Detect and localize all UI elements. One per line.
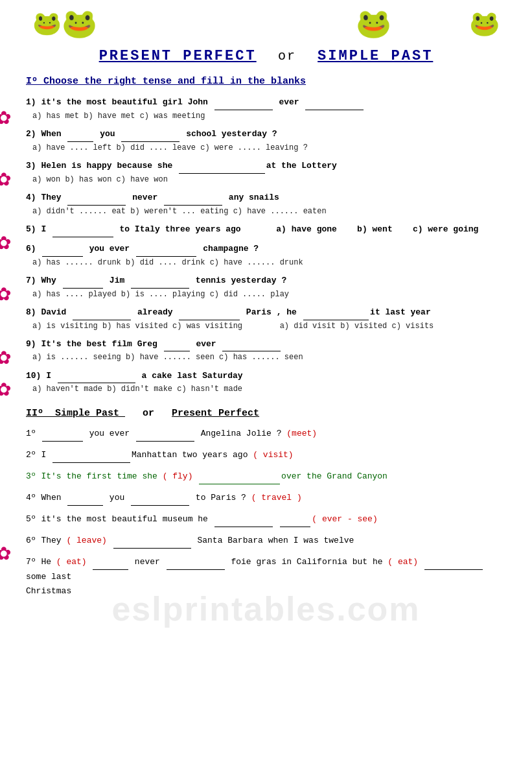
q6-opts: a) has ...... drunk b) did .... drink c)… bbox=[32, 257, 506, 269]
q3-opts: a) won b) has won c) have won bbox=[32, 174, 506, 186]
question-2: 2) When you school yesterday ? a) have .… bbox=[26, 128, 506, 154]
s2-question-3: 3º It's the first time she ( fly) over t… bbox=[26, 469, 506, 484]
s2-question-4: 4º When you to Paris ? ( travel ) bbox=[26, 491, 506, 506]
q4-blank2 bbox=[164, 191, 222, 206]
q10-blank1 bbox=[58, 370, 135, 384]
s2-question-2: 2º I Manhattan two years ago ( visit) bbox=[26, 448, 506, 463]
q8-blank1 bbox=[73, 306, 131, 320]
s2q7-blank1 bbox=[93, 555, 128, 570]
q3-text: 3) Helen is happy because she at the Lot… bbox=[26, 160, 506, 174]
question-9: ✿ 9) It's the best film Greg ever a) is … bbox=[26, 338, 506, 364]
s2q5-blank2 bbox=[280, 512, 310, 527]
q7-blank1 bbox=[63, 274, 103, 289]
s2q6-blank1 bbox=[113, 534, 191, 549]
q6-blank1 bbox=[42, 243, 82, 257]
q10-text: 10) I a cake last Saturday bbox=[26, 370, 506, 384]
flower-icon-6: ✿ bbox=[0, 371, 11, 409]
page-title-row: PRESENT PERFECT or SIMPLE PAST bbox=[26, 48, 506, 64]
s2q7-blank3 bbox=[424, 555, 483, 570]
q4-opts: a) didn't ...... eat b) weren't ... eati… bbox=[32, 206, 506, 218]
s2-question-1: 1º you ever Angelina Jolie ? (meet) bbox=[26, 427, 506, 442]
question-4: 4) They never any snails a) didn't .....… bbox=[26, 191, 506, 218]
q4-text: 4) They never any snails bbox=[26, 191, 506, 206]
q2-opts: a) have .... left b) did .... leave c) w… bbox=[32, 142, 506, 154]
section2-title: IIº Simple Past bbox=[26, 408, 125, 419]
question-5: ✿ 5) I to Italy three years ago a) have … bbox=[26, 223, 506, 237]
flower-icon-1: ✿ bbox=[0, 102, 11, 131]
flower-icon-3: ✿ bbox=[0, 224, 11, 262]
q9-blank2 bbox=[222, 338, 281, 352]
q6-blank2 bbox=[136, 243, 197, 257]
q5-blank1 bbox=[52, 223, 113, 237]
q8-text: 8) David already Paris , he it last year bbox=[26, 306, 506, 320]
s2q3-blank1 bbox=[199, 469, 280, 484]
q5-text: 5) I to Italy three years ago a) have go… bbox=[26, 223, 506, 237]
question-10: ✿ 10) I a cake last Saturday a) haven't … bbox=[26, 370, 506, 396]
q1-opts: a) has met b) have met c) was meeting bbox=[32, 110, 506, 123]
q1-text: 1) it's the most beautiful girl John eve… bbox=[26, 96, 506, 110]
s2-question-7: 7º He ( eat) never foie gras in Californ… bbox=[26, 555, 506, 598]
q2-blank1 bbox=[67, 128, 93, 142]
flower-icon-7: ✿ bbox=[0, 534, 11, 573]
q7-blank2 bbox=[131, 274, 189, 289]
q7-opts: a) has .... played b) is .... playing c)… bbox=[32, 289, 506, 301]
q4-blank1 bbox=[67, 191, 126, 206]
s2-question-6: ✿ 6º They ( leave) Santa Barbara when I … bbox=[26, 534, 506, 549]
title-simple-past: SIMPLE PAST bbox=[318, 48, 433, 64]
q2-text: 2) When you school yesterday ? bbox=[26, 128, 506, 142]
q1-blank2 bbox=[305, 96, 364, 110]
flower-icon-2: ✿ bbox=[0, 161, 11, 198]
q9-text: 9) It's the best film Greg ever bbox=[26, 338, 506, 352]
frog-icon-3: 🐸 bbox=[356, 6, 391, 41]
q10-opts: a) haven't made b) didn't make c) hasn't… bbox=[32, 383, 506, 396]
section2-or: or bbox=[131, 408, 166, 419]
q7-text: 7) Why Jim tennis yesterday ? bbox=[26, 274, 506, 289]
s2q5-blank1 bbox=[214, 512, 273, 527]
q8-blank2 bbox=[179, 306, 240, 320]
question-1: 1) it's the most beautiful girl John eve… bbox=[26, 96, 506, 123]
frog-icon-2: 🐸 bbox=[62, 6, 97, 41]
q8-blank3 bbox=[303, 306, 369, 320]
section1-header: Iº Choose the right tense and fill in th… bbox=[26, 76, 506, 87]
question-7: ✿ 7) Why Jim tennis yesterday ? a) has .… bbox=[26, 274, 506, 301]
q3-blank1 bbox=[179, 160, 265, 174]
q1-blank1 bbox=[214, 96, 273, 110]
title-or: or bbox=[278, 49, 296, 64]
s2q4-blank1 bbox=[67, 491, 103, 506]
s2q4-blank2 bbox=[131, 491, 189, 506]
question-6: 6) you ever champagne ? a) has ...... dr… bbox=[26, 243, 506, 269]
q8-opts-a: a) is visiting b) has visited c) was vis… bbox=[32, 320, 506, 333]
frog-icon-4: 🐸 bbox=[469, 9, 500, 39]
s2q1-blank1 bbox=[42, 427, 82, 442]
section2-header: IIº Simple Past or Present Perfect bbox=[26, 408, 506, 419]
q9-blank1 bbox=[164, 338, 190, 352]
q6-text: 6) you ever champagne ? bbox=[26, 243, 506, 257]
flower-icon-4: ✿ bbox=[0, 276, 11, 313]
section2-pp: Present Perfect bbox=[172, 408, 259, 419]
s2-question-5: 5º it's the most beautiful museum he ( e… bbox=[26, 512, 506, 527]
q9-opts: a) is ...... seeing b) have ...... seen … bbox=[32, 351, 506, 364]
s2q7-blank2 bbox=[167, 555, 225, 570]
q2-blank2 bbox=[121, 128, 179, 142]
s2q2-blank1 bbox=[52, 448, 130, 463]
question-3: ✿ 3) Helen is happy because she at the L… bbox=[26, 160, 506, 186]
s2q1-blank2 bbox=[136, 427, 194, 442]
frog-decoration-row: 🐸 🐸 🐸 🐸 bbox=[26, 6, 506, 41]
title-present-perfect: PRESENT PERFECT bbox=[99, 48, 257, 64]
question-8: 8) David already Paris , he it last year… bbox=[26, 306, 506, 333]
frog-icon-1: 🐸 bbox=[32, 10, 62, 38]
